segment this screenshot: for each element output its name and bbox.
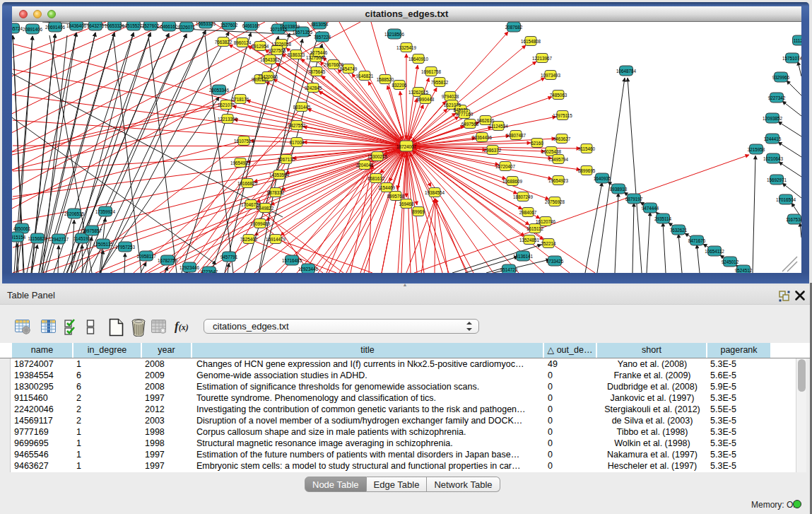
svg-text:1154469: 1154469	[378, 185, 396, 190]
svg-text:15751074: 15751074	[782, 56, 801, 61]
svg-text:23420046: 23420046	[258, 74, 278, 79]
svg-text:7625402: 7625402	[240, 237, 258, 242]
svg-text:9794028: 9794028	[442, 94, 459, 99]
svg-text:1615112: 1615112	[526, 226, 544, 231]
svg-text:8449822: 8449822	[257, 206, 274, 211]
svg-text:89969: 89969	[412, 209, 425, 214]
svg-text:13262615: 13262615	[408, 90, 429, 95]
svg-text:9474444: 9474444	[642, 206, 659, 211]
svg-text:10688609: 10688609	[502, 179, 523, 184]
svg-text:8326071: 8326071	[178, 25, 196, 30]
svg-text:18807249: 18807249	[513, 194, 534, 199]
svg-text:2984067: 2984067	[519, 210, 537, 215]
svg-text:9245012: 9245012	[722, 259, 739, 264]
svg-text:9242845: 9242845	[305, 86, 322, 90]
svg-text:20891406: 20891406	[23, 27, 43, 32]
svg-text:17016504: 17016504	[776, 197, 796, 202]
svg-text:18436406: 18436406	[66, 23, 87, 28]
svg-text:16571355: 16571355	[293, 30, 313, 35]
svg-text:14353594: 14353594	[269, 173, 290, 177]
svg-text:18724007: 18724007	[396, 144, 417, 149]
svg-text:16782759: 16782759	[158, 258, 178, 263]
svg-text:3267130: 3267130	[278, 157, 295, 162]
svg-text:16120746: 16120746	[536, 219, 556, 224]
svg-text:15692971: 15692971	[767, 177, 787, 182]
svg-text:19166825: 19166825	[237, 181, 258, 186]
svg-text:9524512: 9524512	[735, 268, 753, 273]
svg-text:12923446: 12923446	[180, 265, 200, 270]
svg-text:10958117: 10958117	[136, 254, 156, 259]
svg-text:9227342: 9227342	[768, 95, 786, 100]
svg-text:252214: 252214	[541, 241, 556, 246]
svg-text:1681612: 1681612	[367, 176, 385, 181]
svg-text:12975115: 12975115	[553, 113, 572, 118]
svg-text:7875645: 7875645	[308, 69, 326, 74]
svg-text:16543362: 16543362	[260, 57, 281, 62]
svg-text:15300215: 15300215	[367, 154, 388, 159]
svg-text:10210643: 10210643	[763, 156, 784, 161]
svg-text:3215958: 3215958	[748, 147, 765, 152]
svg-text:16033809: 16033809	[280, 24, 300, 29]
svg-text:14136141: 14136141	[513, 254, 534, 259]
svg-text:62160: 62160	[531, 141, 543, 146]
svg-text:7515527: 7515527	[125, 23, 143, 28]
svg-text:8454749: 8454749	[340, 66, 358, 71]
svg-text:6879197: 6879197	[625, 197, 643, 201]
svg-text:1621075: 1621075	[218, 103, 235, 107]
svg-text:19654923: 19654923	[230, 160, 251, 165]
svg-text:13218506: 13218506	[384, 32, 405, 37]
svg-text:9327503: 9327503	[269, 48, 286, 53]
svg-text:169468: 169468	[399, 201, 414, 206]
svg-text:7632621: 7632621	[670, 228, 688, 233]
svg-text:1527602: 1527602	[220, 23, 238, 28]
svg-text:11124: 11124	[794, 38, 801, 43]
svg-text:13275045: 13275045	[306, 55, 326, 60]
svg-text:20053346: 20053346	[209, 88, 230, 93]
svg-text:1527602: 1527602	[142, 23, 160, 28]
svg-text:19384554: 19384554	[425, 190, 445, 195]
svg-text:8938918: 8938918	[610, 187, 628, 192]
svg-text:9463627: 9463627	[553, 136, 571, 141]
svg-text:10025438: 10025438	[541, 149, 562, 154]
svg-text:6466160: 6466160	[242, 23, 260, 28]
svg-text:18640910: 18640910	[408, 57, 429, 62]
svg-text:12093852: 12093852	[763, 116, 783, 121]
svg-text:20206535: 20206535	[64, 211, 85, 216]
svg-text:7955812: 7955812	[431, 80, 449, 85]
svg-text:8031445: 8031445	[293, 105, 311, 110]
svg-text:8186323: 8186323	[288, 52, 305, 57]
svg-text:9115460: 9115460	[578, 146, 596, 151]
svg-text:20364436: 20364436	[472, 135, 493, 140]
svg-text:13325419: 13325419	[396, 45, 417, 50]
svg-text:2718176: 2718176	[232, 97, 249, 102]
svg-text:6899695: 6899695	[578, 168, 596, 173]
svg-text:7663822: 7663822	[215, 40, 233, 45]
svg-text:12213396: 12213396	[218, 117, 238, 122]
svg-text:12923446: 12923446	[298, 267, 319, 271]
svg-text:12942737: 12942737	[49, 237, 69, 242]
svg-text:2087682: 2087682	[505, 25, 523, 30]
svg-text:8813054: 8813054	[311, 22, 329, 27]
svg-text:20691406: 20691406	[45, 25, 66, 30]
svg-text:10653326: 10653326	[105, 23, 125, 28]
svg-text:19975857: 19975857	[82, 228, 102, 233]
svg-text:1244415: 1244415	[764, 136, 782, 141]
svg-text:2935114: 2935114	[654, 216, 672, 221]
svg-text:10807487: 10807487	[506, 133, 526, 138]
svg-text:15716485: 15716485	[282, 258, 302, 263]
svg-text:1167534: 1167534	[786, 217, 801, 222]
svg-text:16107513: 16107513	[234, 139, 254, 144]
svg-text:8471676: 8471676	[688, 238, 706, 243]
svg-text:16914479: 16914479	[266, 237, 286, 242]
svg-text:1588520: 1588520	[377, 77, 394, 82]
svg-text:2204046: 2204046	[356, 163, 374, 168]
svg-text:9146821: 9146821	[356, 74, 374, 78]
svg-text:10653326: 10653326	[196, 22, 216, 26]
svg-text:9462616: 9462616	[477, 118, 495, 123]
svg-text:8990448: 8990448	[417, 97, 435, 102]
svg-text:6466160: 6466160	[160, 24, 178, 29]
svg-text:7857224: 7857224	[314, 35, 331, 40]
svg-text:8912954: 8912954	[252, 44, 269, 49]
svg-text:10654112: 10654112	[705, 249, 724, 254]
svg-text:8878332: 8878332	[267, 190, 285, 195]
